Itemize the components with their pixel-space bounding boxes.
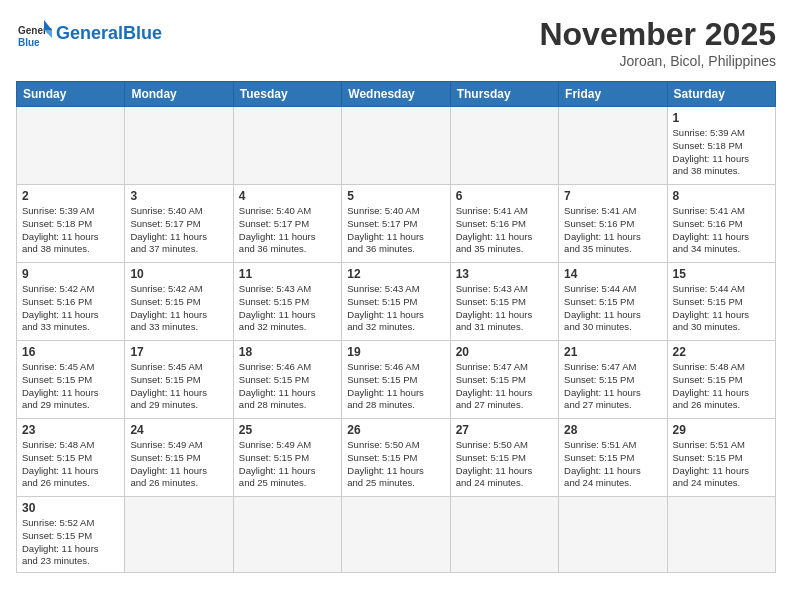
column-header-wednesday: Wednesday [342,82,450,107]
logo: General Blue GeneralBlue [16,16,162,52]
cell-info-text: Sunrise: 5:39 AM Sunset: 5:18 PM Dayligh… [673,127,770,178]
column-header-monday: Monday [125,82,233,107]
cell-info-text: Sunrise: 5:46 AM Sunset: 5:15 PM Dayligh… [239,361,336,412]
cell-info-text: Sunrise: 5:41 AM Sunset: 5:16 PM Dayligh… [564,205,661,256]
day-number: 17 [130,345,227,359]
day-number: 15 [673,267,770,281]
day-number: 6 [456,189,553,203]
cell-info-text: Sunrise: 5:48 AM Sunset: 5:15 PM Dayligh… [22,439,119,490]
location-text: Joroan, Bicol, Philippines [539,53,776,69]
cell-info-text: Sunrise: 5:49 AM Sunset: 5:15 PM Dayligh… [239,439,336,490]
day-number: 19 [347,345,444,359]
calendar-cell: 28Sunrise: 5:51 AM Sunset: 5:15 PM Dayli… [559,419,667,497]
cell-info-text: Sunrise: 5:40 AM Sunset: 5:17 PM Dayligh… [239,205,336,256]
calendar-cell: 21Sunrise: 5:47 AM Sunset: 5:15 PM Dayli… [559,341,667,419]
cell-info-text: Sunrise: 5:41 AM Sunset: 5:16 PM Dayligh… [673,205,770,256]
calendar-cell: 9Sunrise: 5:42 AM Sunset: 5:16 PM Daylig… [17,263,125,341]
calendar-cell [233,107,341,185]
calendar-cell: 26Sunrise: 5:50 AM Sunset: 5:15 PM Dayli… [342,419,450,497]
day-number: 28 [564,423,661,437]
calendar-cell: 6Sunrise: 5:41 AM Sunset: 5:16 PM Daylig… [450,185,558,263]
calendar-cell [450,107,558,185]
cell-info-text: Sunrise: 5:41 AM Sunset: 5:16 PM Dayligh… [456,205,553,256]
calendar-cell: 10Sunrise: 5:42 AM Sunset: 5:15 PM Dayli… [125,263,233,341]
day-number: 10 [130,267,227,281]
cell-info-text: Sunrise: 5:43 AM Sunset: 5:15 PM Dayligh… [456,283,553,334]
svg-text:Blue: Blue [18,37,40,48]
day-number: 26 [347,423,444,437]
cell-info-text: Sunrise: 5:42 AM Sunset: 5:15 PM Dayligh… [130,283,227,334]
cell-info-text: Sunrise: 5:50 AM Sunset: 5:15 PM Dayligh… [456,439,553,490]
calendar-cell [559,497,667,573]
calendar-cell: 13Sunrise: 5:43 AM Sunset: 5:15 PM Dayli… [450,263,558,341]
calendar-week-row: 2Sunrise: 5:39 AM Sunset: 5:18 PM Daylig… [17,185,776,263]
day-number: 11 [239,267,336,281]
day-number: 24 [130,423,227,437]
cell-info-text: Sunrise: 5:43 AM Sunset: 5:15 PM Dayligh… [347,283,444,334]
column-header-friday: Friday [559,82,667,107]
logo-blue-text: Blue [123,23,162,43]
day-number: 5 [347,189,444,203]
cell-info-text: Sunrise: 5:39 AM Sunset: 5:18 PM Dayligh… [22,205,119,256]
cell-info-text: Sunrise: 5:49 AM Sunset: 5:15 PM Dayligh… [130,439,227,490]
calendar-cell: 29Sunrise: 5:51 AM Sunset: 5:15 PM Dayli… [667,419,775,497]
day-number: 30 [22,501,119,515]
column-header-sunday: Sunday [17,82,125,107]
day-number: 23 [22,423,119,437]
cell-info-text: Sunrise: 5:44 AM Sunset: 5:15 PM Dayligh… [673,283,770,334]
cell-info-text: Sunrise: 5:47 AM Sunset: 5:15 PM Dayligh… [456,361,553,412]
day-number: 9 [22,267,119,281]
column-header-tuesday: Tuesday [233,82,341,107]
calendar-cell [342,107,450,185]
calendar-cell [233,497,341,573]
day-number: 21 [564,345,661,359]
calendar-cell: 4Sunrise: 5:40 AM Sunset: 5:17 PM Daylig… [233,185,341,263]
cell-info-text: Sunrise: 5:40 AM Sunset: 5:17 PM Dayligh… [347,205,444,256]
calendar-cell: 14Sunrise: 5:44 AM Sunset: 5:15 PM Dayli… [559,263,667,341]
cell-info-text: Sunrise: 5:50 AM Sunset: 5:15 PM Dayligh… [347,439,444,490]
cell-info-text: Sunrise: 5:44 AM Sunset: 5:15 PM Dayligh… [564,283,661,334]
day-number: 14 [564,267,661,281]
cell-info-text: Sunrise: 5:40 AM Sunset: 5:17 PM Dayligh… [130,205,227,256]
calendar-week-row: 9Sunrise: 5:42 AM Sunset: 5:16 PM Daylig… [17,263,776,341]
calendar-cell: 16Sunrise: 5:45 AM Sunset: 5:15 PM Dayli… [17,341,125,419]
calendar-cell: 17Sunrise: 5:45 AM Sunset: 5:15 PM Dayli… [125,341,233,419]
day-number: 18 [239,345,336,359]
calendar-week-row: 16Sunrise: 5:45 AM Sunset: 5:15 PM Dayli… [17,341,776,419]
page-header: General Blue GeneralBlue November 2025 J… [16,16,776,69]
cell-info-text: Sunrise: 5:51 AM Sunset: 5:15 PM Dayligh… [673,439,770,490]
cell-info-text: Sunrise: 5:51 AM Sunset: 5:15 PM Dayligh… [564,439,661,490]
calendar-cell: 8Sunrise: 5:41 AM Sunset: 5:16 PM Daylig… [667,185,775,263]
month-title: November 2025 [539,16,776,53]
calendar-cell: 24Sunrise: 5:49 AM Sunset: 5:15 PM Dayli… [125,419,233,497]
cell-info-text: Sunrise: 5:52 AM Sunset: 5:15 PM Dayligh… [22,517,119,568]
calendar-cell: 20Sunrise: 5:47 AM Sunset: 5:15 PM Dayli… [450,341,558,419]
day-number: 29 [673,423,770,437]
cell-info-text: Sunrise: 5:47 AM Sunset: 5:15 PM Dayligh… [564,361,661,412]
calendar-cell: 19Sunrise: 5:46 AM Sunset: 5:15 PM Dayli… [342,341,450,419]
column-header-thursday: Thursday [450,82,558,107]
day-number: 4 [239,189,336,203]
day-number: 22 [673,345,770,359]
column-header-saturday: Saturday [667,82,775,107]
day-number: 20 [456,345,553,359]
title-block: November 2025 Joroan, Bicol, Philippines [539,16,776,69]
calendar-week-row: 30Sunrise: 5:52 AM Sunset: 5:15 PM Dayli… [17,497,776,573]
calendar-cell: 15Sunrise: 5:44 AM Sunset: 5:15 PM Dayli… [667,263,775,341]
calendar-cell: 3Sunrise: 5:40 AM Sunset: 5:17 PM Daylig… [125,185,233,263]
calendar-cell [450,497,558,573]
calendar-cell: 22Sunrise: 5:48 AM Sunset: 5:15 PM Dayli… [667,341,775,419]
day-number: 7 [564,189,661,203]
cell-info-text: Sunrise: 5:48 AM Sunset: 5:15 PM Dayligh… [673,361,770,412]
day-number: 27 [456,423,553,437]
calendar-cell [125,497,233,573]
calendar-week-row: 1Sunrise: 5:39 AM Sunset: 5:18 PM Daylig… [17,107,776,185]
day-number: 8 [673,189,770,203]
calendar-cell: 23Sunrise: 5:48 AM Sunset: 5:15 PM Dayli… [17,419,125,497]
calendar-cell: 12Sunrise: 5:43 AM Sunset: 5:15 PM Dayli… [342,263,450,341]
day-number: 25 [239,423,336,437]
calendar-cell [559,107,667,185]
day-number: 1 [673,111,770,125]
day-number: 3 [130,189,227,203]
calendar-cell: 25Sunrise: 5:49 AM Sunset: 5:15 PM Dayli… [233,419,341,497]
